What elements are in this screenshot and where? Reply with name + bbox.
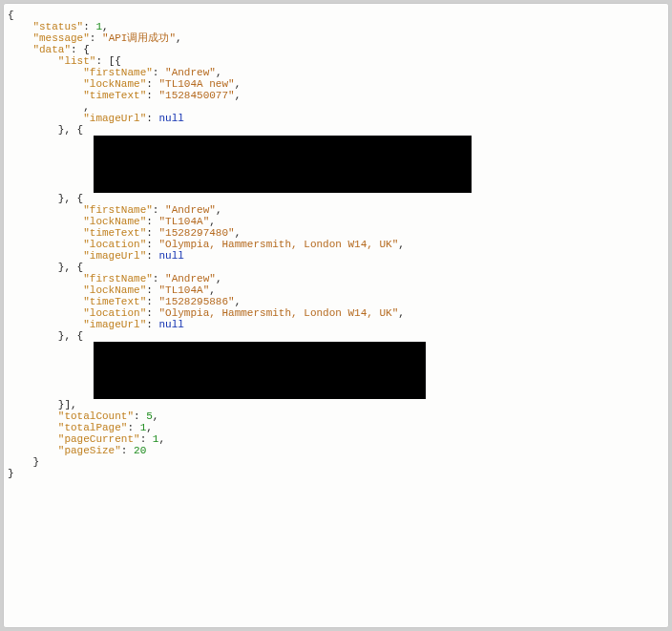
json-key: "firstName" — [83, 273, 153, 284]
redacted-block — [94, 136, 472, 193]
json-number: 5 — [146, 410, 153, 422]
json-viewer-panel: { "status": 1, "message": "API调用成功", "da… — [3, 3, 669, 628]
json-key: "firstName" — [83, 67, 153, 78]
json-string: "Andrew" — [165, 67, 216, 78]
json-string: "Olympia, Hammersmith, London W14, UK" — [158, 307, 398, 319]
json-string: "TL104A" — [158, 216, 209, 227]
json-key: "pageSize" — [58, 445, 121, 456]
json-key: "totalCount" — [58, 410, 134, 422]
json-key: "imageUrl" — [83, 250, 146, 262]
json-key: "lockName" — [83, 216, 146, 227]
json-string: "Olympia, Hammersmith, London W14, UK" — [158, 239, 398, 250]
json-key: "location" — [83, 239, 146, 250]
json-string: "TL104A new" — [158, 78, 234, 90]
json-string: "API调用成功" — [102, 32, 176, 44]
json-key: "firstName" — [83, 204, 153, 216]
json-key: "timeText" — [83, 227, 146, 239]
json-key: "lockName" — [83, 78, 146, 90]
json-key: "pageCurrent" — [58, 433, 140, 445]
json-key: "list" — [58, 55, 96, 67]
redacted-block — [94, 342, 426, 399]
json-string: "Andrew" — [165, 273, 216, 284]
json-key: "message" — [32, 32, 89, 44]
json-output: }], "totalCount": 5, "totalPage": 1, "pa… — [8, 399, 664, 479]
json-string: "1528297480" — [158, 227, 234, 239]
json-null: null — [158, 113, 183, 124]
json-output: }, { "firstName": "Andrew", "lockName": … — [8, 193, 664, 342]
json-key: "lockName" — [83, 284, 146, 296]
brace: { — [8, 10, 14, 21]
json-key: "timeText" — [83, 296, 146, 307]
json-key: "totalPage" — [58, 422, 128, 433]
json-string: "Andrew" — [165, 204, 216, 216]
json-string: "TL104A" — [158, 284, 209, 296]
json-key: "imageUrl" — [83, 319, 146, 330]
json-number: 20 — [134, 445, 146, 456]
json-null: null — [158, 319, 183, 330]
json-output: { "status": 1, "message": "API调用成功", "da… — [8, 10, 664, 136]
json-string: "1528450077" — [158, 90, 234, 101]
json-key: "timeText" — [83, 90, 146, 101]
json-key: "imageUrl" — [83, 113, 146, 124]
json-key: "location" — [83, 307, 146, 319]
json-string: "1528295886" — [158, 296, 234, 307]
json-key: "data" — [32, 44, 71, 55]
json-null: null — [158, 250, 183, 262]
json-key: "status" — [32, 21, 83, 32]
